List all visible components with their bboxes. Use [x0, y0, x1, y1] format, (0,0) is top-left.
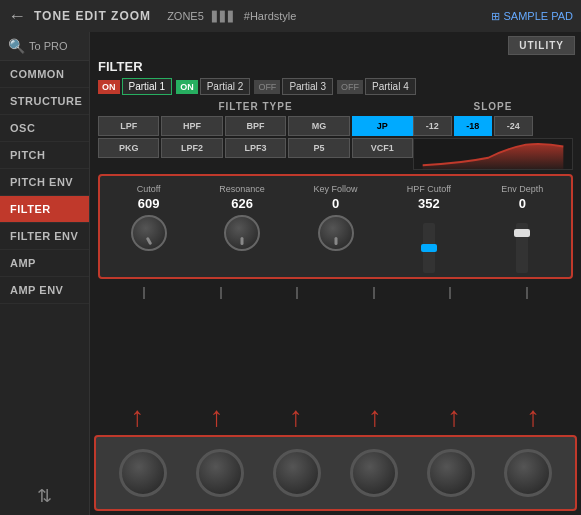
sidebar-item-osc[interactable]: OSC — [0, 115, 89, 142]
partial-tabs: ON Partial 1 ON Partial 2 OFF Partial 3 … — [98, 78, 573, 95]
filter-title: FILTER — [98, 59, 573, 74]
slope-section: SLOPE -12 -18 -24 — [413, 101, 573, 170]
back-button[interactable]: ← — [8, 6, 26, 27]
sidebar-item-amp[interactable]: AMP — [0, 250, 89, 277]
hpf-cutoff-slider[interactable] — [423, 223, 435, 273]
resonance-param: Resonance 626 — [197, 184, 286, 273]
filter-type-label: FILTER TYPE — [98, 101, 413, 112]
sidebar-item-common[interactable]: COMMON — [0, 61, 89, 88]
content-area: UTILITY FILTER ON Partial 1 ON Partial 2… — [90, 32, 581, 515]
bottom-knob-2[interactable] — [196, 449, 244, 497]
tick-row — [98, 283, 573, 303]
tick-5 — [449, 287, 451, 299]
filter-vcf1[interactable]: VCF1 — [352, 138, 413, 158]
filter-controls: FILTER TYPE LPF HPF BPF MG JP PKG LPF2 L… — [98, 101, 573, 170]
sidebar-item-filter[interactable]: FILTER — [0, 196, 89, 223]
arrow-1: ↑ — [131, 403, 145, 431]
bottom-knob-1[interactable] — [119, 449, 167, 497]
arrows-row: ↑ ↑ ↑ ↑ ↑ ↑ — [90, 399, 581, 435]
slope-12[interactable]: -12 — [413, 116, 452, 136]
env-depth-thumb — [514, 229, 530, 237]
hpf-cutoff-value: 352 — [418, 196, 440, 211]
tick-1 — [143, 287, 145, 299]
partial-1-name: Partial 1 — [122, 78, 173, 95]
to-pro-label: To PRO — [29, 40, 68, 52]
partial-4-tab[interactable]: OFF Partial 4 — [337, 78, 416, 95]
utility-button[interactable]: UTILITY — [508, 36, 575, 55]
env-depth-label: Env Depth — [501, 184, 543, 194]
filter-hpf[interactable]: HPF — [161, 116, 222, 136]
main-layout: 🔍 To PRO COMMON STRUCTURE OSC PITCH PITC… — [0, 32, 581, 515]
sidebar-item-structure[interactable]: STRUCTURE — [0, 88, 89, 115]
cutoff-value: 609 — [138, 196, 160, 211]
env-depth-slider[interactable] — [516, 223, 528, 273]
tick-3 — [296, 287, 298, 299]
slope-curve — [413, 138, 573, 170]
filter-pkg[interactable]: PKG — [98, 138, 159, 158]
top-bar: ← TONE EDIT ZOOM ZONE5 ▋▋▋ #Hardstyle ⊞ … — [0, 0, 581, 32]
arrow-2: ↑ — [210, 403, 224, 431]
filter-lpf2[interactable]: LPF2 — [161, 138, 222, 158]
arrow-4: ↑ — [368, 403, 382, 431]
tick-4 — [373, 287, 375, 299]
filter-jp[interactable]: JP — [352, 116, 413, 136]
partial-2-tab[interactable]: ON Partial 2 — [176, 78, 250, 95]
resonance-value: 626 — [231, 196, 253, 211]
bottom-knob-3[interactable] — [273, 449, 321, 497]
cutoff-label: Cutoff — [137, 184, 161, 194]
sidebar-item-pitch[interactable]: PITCH — [0, 142, 89, 169]
key-follow-label: Key Follow — [314, 184, 358, 194]
sidebar: 🔍 To PRO COMMON STRUCTURE OSC PITCH PITC… — [0, 32, 90, 515]
sidebar-item-pitch-env[interactable]: PITCH ENV — [0, 169, 89, 196]
partial-3-tab[interactable]: OFF Partial 3 — [254, 78, 333, 95]
tick-2 — [220, 287, 222, 299]
scroll-arrow-icon[interactable]: ⇅ — [37, 485, 52, 507]
search-icon: 🔍 — [8, 38, 25, 54]
partial-3-name: Partial 3 — [282, 78, 333, 95]
filter-lpf[interactable]: LPF — [98, 116, 159, 136]
partial-4-name: Partial 4 — [365, 78, 416, 95]
hashtag-style: #Hardstyle — [244, 10, 297, 22]
env-depth-param: Env Depth 0 — [478, 184, 567, 273]
arrow-5: ↑ — [447, 403, 461, 431]
slope-18[interactable]: -18 — [454, 116, 493, 136]
to-pro-button[interactable]: 🔍 To PRO — [0, 32, 89, 61]
slope-24[interactable]: -24 — [494, 116, 533, 136]
partial-1-tab[interactable]: ON Partial 1 — [98, 78, 172, 95]
partial-4-off: OFF — [337, 80, 363, 94]
zone-label: ZONE5 — [167, 10, 204, 22]
bottom-knob-4[interactable] — [350, 449, 398, 497]
sidebar-item-filter-env[interactable]: FILTER ENV — [0, 223, 89, 250]
partial-1-on: ON — [98, 80, 120, 94]
arrow-3: ↑ — [289, 403, 303, 431]
filter-bpf[interactable]: BPF — [225, 116, 286, 136]
bottom-knob-6[interactable] — [504, 449, 552, 497]
filter-type-grid: LPF HPF BPF MG JP PKG LPF2 LPF3 P5 VCF1 — [98, 116, 413, 158]
filter-type-section: FILTER TYPE LPF HPF BPF MG JP PKG LPF2 L… — [98, 101, 413, 170]
sample-pad-button[interactable]: ⊞ SAMPLE PAD — [491, 10, 573, 23]
resonance-knob[interactable] — [224, 215, 260, 251]
utility-row: UTILITY — [90, 32, 581, 59]
knob-params: Cutoff 609 Resonance 626 Key Follow 0 — [98, 174, 573, 279]
sidebar-item-amp-env[interactable]: AMP ENV — [0, 277, 89, 304]
partial-3-off: OFF — [254, 80, 280, 94]
env-depth-value: 0 — [519, 196, 526, 211]
filter-mg[interactable]: MG — [288, 116, 349, 136]
partial-2-name: Partial 2 — [200, 78, 251, 95]
tick-6 — [526, 287, 528, 299]
arrow-6: ↑ — [526, 403, 540, 431]
filter-lpf3[interactable]: LPF3 — [225, 138, 286, 158]
cutoff-knob[interactable] — [131, 215, 167, 251]
hpf-cutoff-thumb — [421, 244, 437, 252]
key-follow-value: 0 — [332, 196, 339, 211]
slope-label: SLOPE — [413, 101, 573, 112]
slope-grid: -12 -18 -24 — [413, 116, 573, 136]
hpf-cutoff-label: HPF Cutoff — [407, 184, 451, 194]
signal-icon: ▋▋▋ — [212, 11, 236, 22]
hpf-cutoff-param: HPF Cutoff 352 — [384, 184, 473, 273]
filter-p5[interactable]: P5 — [288, 138, 349, 158]
key-follow-knob[interactable] — [318, 215, 354, 251]
top-bar-title: TONE EDIT ZOOM — [34, 9, 151, 23]
cutoff-param: Cutoff 609 — [104, 184, 193, 273]
bottom-knob-5[interactable] — [427, 449, 475, 497]
